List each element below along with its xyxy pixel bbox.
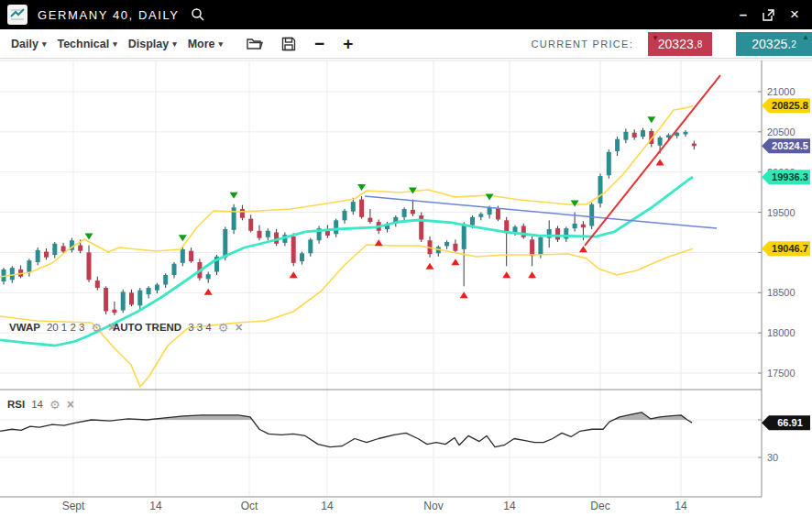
buy-price: 20325.: [752, 37, 791, 51]
open-folder-icon[interactable]: [247, 37, 263, 50]
sell-signal-triangle-icon: [179, 235, 187, 241]
candle-body: [573, 224, 577, 228]
buy-signal-triangle-icon: [204, 289, 213, 295]
chart-logo-icon: [7, 5, 27, 25]
price-tag-value: 20324.5: [772, 140, 808, 151]
toolbar: Daily ▾ Technical ▾ Display ▾ More ▾: [0, 29, 812, 59]
candle-body: [692, 144, 697, 147]
menu-more[interactable]: More ▾: [188, 38, 223, 50]
sell-signal-triangle-icon: [571, 201, 579, 207]
buy-signal-triangle-icon: [426, 263, 434, 270]
candle-body: [488, 207, 492, 214]
candle-body: [623, 132, 628, 140]
candle-body: [368, 218, 372, 222]
sell-signal-triangle-icon: [230, 192, 238, 199]
buy-signal-triangle-icon: [290, 271, 298, 278]
candle-body: [607, 152, 611, 175]
remove-indicator-icon[interactable]: ×: [67, 397, 74, 412]
candle-body: [44, 252, 49, 258]
candle-body: [291, 236, 296, 263]
save-icon[interactable]: [281, 37, 296, 51]
candle-body: [36, 250, 40, 262]
buy-signal-triangle-icon: [375, 239, 383, 246]
x-axis-label: 14: [675, 500, 687, 512]
rsi-indicator-label: RSI 14 ⚙ ×: [7, 397, 74, 412]
candle-body: [240, 209, 245, 218]
chevron-down-icon: ▾: [172, 39, 177, 49]
popout-icon[interactable]: [762, 8, 775, 22]
candle-body: [155, 285, 159, 291]
price-tag-value: 66.91: [777, 417, 803, 428]
chart-window: GERMANY 40, DAILY – × Daily ▾: [0, 0, 812, 517]
buy-signal-triangle-icon: [579, 246, 587, 252]
instrument-title: GERMANY 40, DAILY: [38, 8, 180, 22]
buy-signal-triangle-icon: [656, 160, 664, 166]
chevron-down-icon: ▾: [113, 39, 117, 49]
zoom-in-button[interactable]: +: [343, 36, 353, 52]
gear-icon[interactable]: ⚙: [49, 398, 60, 412]
candle-body: [351, 202, 356, 212]
candle-body: [598, 176, 603, 204]
menu-display[interactable]: Display ▾: [128, 38, 177, 50]
y-axis-label: 20500: [767, 126, 796, 138]
candle-body: [300, 253, 304, 261]
buy-price-button[interactable]: 20325.2 ▲: [736, 32, 812, 56]
chevron-down-icon: ▾: [42, 39, 47, 49]
candle-body: [496, 208, 500, 219]
remove-indicator-icon[interactable]: ×: [235, 320, 242, 335]
sell-signal-triangle-icon: [357, 184, 366, 191]
candle-body: [411, 210, 415, 214]
candle-body: [334, 220, 338, 234]
price-tag-value: 19936.3: [772, 171, 808, 182]
vwap-upper-band-line: [0, 105, 693, 277]
sell-price: 20323.: [658, 37, 697, 51]
candle-body: [181, 249, 185, 263]
candle-body: [641, 130, 645, 137]
current-price-label: CURRENT PRICE:: [531, 38, 633, 50]
gear-icon[interactable]: ⚙: [218, 321, 229, 335]
rsi-line: [0, 412, 692, 447]
chevron-down-icon: ▾: [219, 39, 224, 49]
sell-signal-triangle-icon: [85, 234, 93, 240]
rsi-axis-label: 30: [767, 452, 778, 463]
candle-body: [189, 251, 193, 261]
candle-body: [104, 288, 108, 311]
candle-body: [462, 225, 466, 249]
candle-body: [675, 133, 679, 137]
x-axis-label: Oct: [241, 500, 258, 512]
minimize-icon[interactable]: –: [740, 10, 747, 19]
candle-body: [206, 274, 211, 279]
candle-body: [343, 211, 347, 221]
zoom-out-button[interactable]: −: [314, 36, 324, 52]
y-axis-label: 18000: [767, 327, 796, 338]
sell-signal-triangle-icon: [647, 116, 655, 123]
candle-body: [10, 268, 15, 280]
candle-body: [78, 246, 82, 251]
candle-body: [129, 292, 134, 304]
candle-body: [478, 214, 483, 217]
x-axis-label: Nov: [423, 500, 443, 512]
candle-body: [266, 231, 270, 237]
candle-body: [470, 217, 475, 226]
title-bar: GERMANY 40, DAILY – ×: [0, 0, 812, 29]
candle-body: [172, 264, 177, 275]
y-axis-label: 19500: [767, 207, 796, 218]
menu-daily[interactable]: Daily ▾: [11, 38, 46, 50]
candle-body: [163, 275, 168, 285]
sell-price-button[interactable]: ▼ 20323.8: [648, 32, 712, 56]
candle-body: [530, 239, 534, 256]
candle-body: [589, 204, 594, 226]
candle-body: [615, 139, 620, 151]
price-chart[interactable]: 2100020500200001950019000185001800017500…: [0, 59, 812, 517]
search-icon[interactable]: [191, 7, 205, 22]
vwap-indicator-label: VWAP 20 1 2 3 ⚙ ×: [9, 320, 115, 335]
close-icon[interactable]: ×: [790, 7, 799, 22]
candle-body: [658, 138, 663, 146]
candle-body: [61, 246, 66, 251]
candle-body: [27, 260, 31, 272]
gear-icon[interactable]: ⚙: [91, 321, 102, 335]
x-axis-label: Dec: [590, 500, 609, 512]
menu-technical[interactable]: Technical ▾: [57, 38, 116, 50]
candle-body: [248, 219, 253, 231]
x-axis-label: Sept: [62, 500, 85, 512]
